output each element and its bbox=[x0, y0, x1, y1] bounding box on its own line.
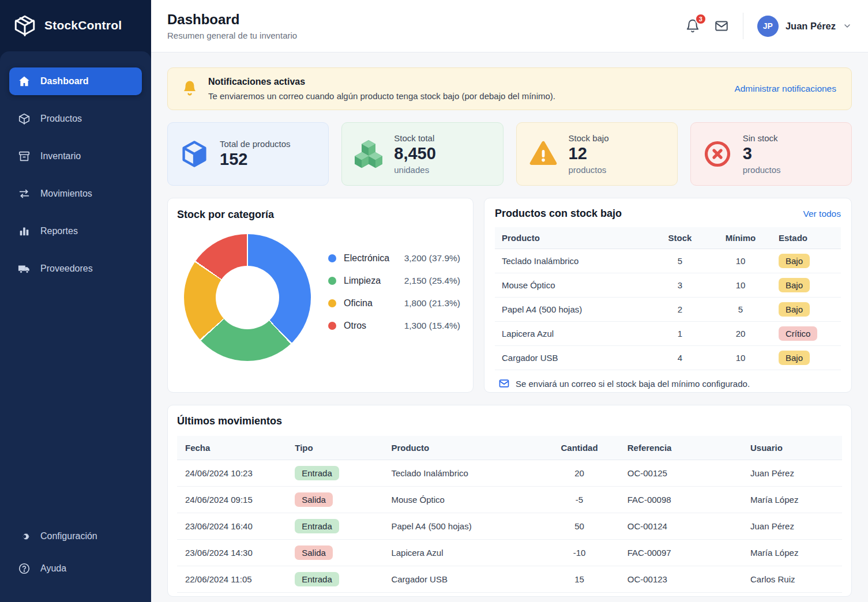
status-badge: Bajo bbox=[779, 278, 810, 292]
sidebar-item-inventario[interactable]: Inventario bbox=[9, 142, 142, 170]
table-cell: Entrada bbox=[287, 460, 383, 487]
status-badge: Salida bbox=[295, 545, 333, 560]
low-stock-note: Se enviará un correo si el stock baja de… bbox=[495, 378, 841, 389]
sidebar-item-label: Productos bbox=[40, 114, 82, 124]
table-cell: 2 bbox=[651, 298, 709, 322]
table-cell: Lapicera Azul bbox=[383, 540, 539, 566]
view-all-link[interactable]: Ver todos bbox=[803, 209, 841, 219]
status-badge: Salida bbox=[295, 492, 333, 507]
table-cell: Entrada bbox=[287, 513, 383, 540]
legend-value: 3,200 (37.9%) bbox=[404, 253, 460, 264]
table-cell: 5 bbox=[709, 298, 772, 322]
legend-dot bbox=[328, 277, 336, 285]
warning-triangle-icon bbox=[528, 139, 558, 169]
stat-info: Total de productos 152 bbox=[220, 139, 291, 169]
low-stock-row: Papel A4 (500 hojas)25Bajo bbox=[495, 298, 841, 322]
package-icon bbox=[18, 112, 31, 125]
page-title: Dashboard bbox=[167, 12, 297, 28]
legend-item: Limpieza2,150 (25.4%) bbox=[328, 276, 460, 286]
circle-x-icon bbox=[702, 139, 732, 169]
table-cell: 15 bbox=[539, 566, 619, 593]
user-name: Juan Pérez bbox=[786, 21, 836, 32]
messages-button[interactable] bbox=[714, 18, 729, 33]
table-cell: 24/06/2024 10:23 bbox=[177, 460, 287, 487]
table-cell: 23/06/2024 14:30 bbox=[177, 540, 287, 566]
stat-value: 152 bbox=[220, 150, 291, 169]
table-cell: Carlos Ruiz bbox=[742, 566, 842, 593]
col-tipo: Tipo bbox=[287, 436, 383, 460]
stat-sub: productos bbox=[743, 165, 781, 175]
gear-icon bbox=[18, 530, 31, 543]
legend-dot bbox=[328, 322, 336, 330]
notification-count-badge: 3 bbox=[695, 13, 707, 25]
chart-title: Stock por categoría bbox=[177, 209, 464, 221]
col-stock: Stock bbox=[651, 227, 709, 249]
legend-value: 2,150 (25.4%) bbox=[404, 276, 460, 286]
table-cell: 20 bbox=[539, 460, 619, 487]
table-cell: María López bbox=[742, 487, 842, 513]
legend-label: Electrónica bbox=[344, 253, 389, 264]
table-cell: 10 bbox=[709, 346, 772, 370]
stat-info: Stock total 8,450 unidades bbox=[394, 133, 436, 174]
user-menu[interactable]: JP Juan Pérez bbox=[757, 16, 852, 37]
sidebar-item-productos[interactable]: Productos bbox=[9, 105, 142, 133]
stat-card-total-productos: Total de productos 152 bbox=[167, 122, 329, 186]
sidebar-item-reportes[interactable]: Reportes bbox=[9, 217, 142, 245]
sidebar-item-movimientos[interactable]: Movimientos bbox=[9, 180, 142, 208]
table-cell: Juan Pérez bbox=[742, 513, 842, 540]
table-cell: FAC-00097 bbox=[619, 540, 742, 566]
legend-item: Oficina1,800 (21.3%) bbox=[328, 298, 460, 308]
table-cell: Lapicera Azul bbox=[495, 322, 651, 346]
manage-notifications-link[interactable]: Administrar notificaciones bbox=[734, 84, 836, 94]
table-cell: FAC-00098 bbox=[619, 487, 742, 513]
cube-icon bbox=[179, 139, 209, 169]
banner-message: Te enviaremos un correo cuando algún pro… bbox=[208, 91, 724, 101]
table-cell: -10 bbox=[539, 540, 619, 566]
table-cell: Cargador USB bbox=[495, 346, 651, 370]
col-cantidad: Cantidad bbox=[539, 436, 619, 460]
brand[interactable]: StockControl bbox=[0, 0, 151, 51]
status-badge: Bajo bbox=[779, 302, 810, 317]
movement-row: 22/06/2024 11:05EntradaCargador USB15OC-… bbox=[177, 566, 842, 593]
table-cell: Bajo bbox=[772, 249, 841, 273]
stock-by-category-card: Stock por categoría Electrónica3,200 (37… bbox=[167, 198, 474, 393]
middle-row: Stock por categoría Electrónica3,200 (37… bbox=[167, 198, 852, 393]
cubes-stack-icon bbox=[354, 139, 384, 169]
movements-tbody: 24/06/2024 10:23EntradaTeclado Inalámbri… bbox=[177, 460, 842, 593]
status-badge: Entrada bbox=[295, 572, 339, 586]
legend-label: Limpieza bbox=[344, 276, 381, 286]
stat-value: 3 bbox=[743, 144, 781, 163]
movement-row: 23/06/2024 16:40EntradaPapel A4 (500 hoj… bbox=[177, 513, 842, 540]
stat-card-sin-stock: Sin stock 3 productos bbox=[690, 122, 852, 186]
sidebar-item-ayuda[interactable]: Ayuda bbox=[9, 555, 142, 582]
stat-label: Stock bajo bbox=[569, 133, 609, 143]
movement-row: 24/06/2024 09:15SalidaMouse Óptico-5FAC-… bbox=[177, 487, 842, 513]
stat-label: Total de productos bbox=[220, 139, 291, 149]
status-badge: Entrada bbox=[295, 519, 339, 533]
legend-value: 1,300 (15.4%) bbox=[404, 321, 460, 331]
avatar: JP bbox=[757, 16, 779, 37]
col-producto: Producto bbox=[495, 227, 651, 249]
low-stock-note-text: Se enviará un correo si el stock baja de… bbox=[516, 379, 750, 389]
table-cell: Mouse Óptico bbox=[495, 273, 651, 298]
sidebar: StockControl Dashboard Productos Inventa… bbox=[0, 0, 151, 602]
table-cell: Bajo bbox=[772, 346, 841, 370]
mail-blue-icon bbox=[498, 378, 510, 389]
table-cell: Cargador USB bbox=[383, 566, 539, 593]
sidebar-item-label: Movimientos bbox=[40, 189, 92, 199]
topbar-divider bbox=[743, 13, 743, 39]
brand-name: StockControl bbox=[44, 18, 122, 32]
notifications-button[interactable]: 3 bbox=[685, 18, 700, 33]
col-usuario: Usuario bbox=[742, 436, 842, 460]
sidebar-item-label: Inventario bbox=[40, 151, 81, 161]
low-stock-title: Productos con stock bajo bbox=[495, 208, 622, 220]
table-cell: Teclado Inalámbrico bbox=[495, 249, 651, 273]
chart-body: Electrónica3,200 (37.9%)Limpieza2,150 (2… bbox=[177, 221, 464, 382]
stat-card-stock-bajo: Stock bajo 12 productos bbox=[516, 122, 678, 186]
table-cell: -5 bbox=[539, 487, 619, 513]
truck-icon bbox=[18, 262, 31, 275]
stat-sub: productos bbox=[569, 165, 609, 175]
sidebar-item-dashboard[interactable]: Dashboard bbox=[9, 67, 142, 95]
sidebar-item-configuracion[interactable]: Configuración bbox=[9, 522, 142, 550]
sidebar-item-proveedores[interactable]: Proveedores bbox=[9, 255, 142, 283]
